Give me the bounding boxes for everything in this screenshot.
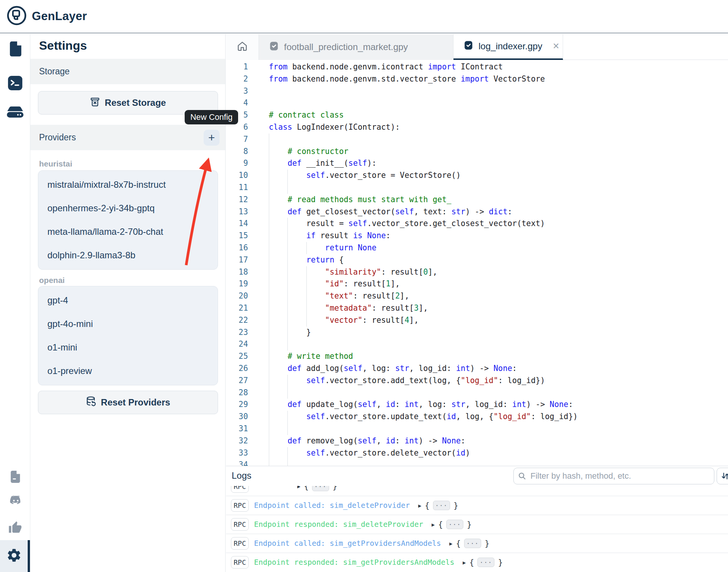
rpc-badge: RPC [231,518,249,531]
code-line: 34 [226,459,728,466]
brace-close: } [467,520,472,529]
log-row[interactable]: RPCEndpoint responded: sim_deleteProvide… [226,515,728,534]
log-row-partially-scrolled[interactable]: RPC▶{...} [226,486,728,496]
tab-log-indexer[interactable]: log_indexer.gpy ✕ [453,34,563,60]
feedback-thumbs-up-icon[interactable] [0,517,30,539]
code-line: 31 [226,423,728,435]
add-provider-config-button[interactable]: + [204,130,220,146]
log-message: Endpoint called: sim_getProvidersAndMode… [254,539,441,548]
settings-gear-active-cell[interactable] [0,540,30,572]
triangle-right-icon[interactable]: ▶ [431,522,435,528]
line-number: 29 [226,399,248,411]
code-line: 24 [226,338,728,350]
code-line: 9 def __init__(self): [226,157,728,170]
home-icon [237,41,248,53]
brace-close: } [485,539,490,548]
line-number: 1 [226,61,248,73]
expand-log-group[interactable]: ▶{...} [418,501,458,510]
provider-model-item[interactable]: mistralai/mixtral-8x7b-instruct [38,173,218,196]
changelog-doc-icon[interactable] [0,466,30,488]
brace-open: { [304,486,309,491]
brand-title: GenLayer [32,9,87,23]
terminal-icon[interactable] [0,72,30,94]
database-reset-icon [86,396,96,409]
log-filter-input[interactable] [513,468,714,484]
expand-log-group[interactable]: ▶{...} [449,539,490,548]
provider-model-item[interactable]: gpt-4 [38,289,218,312]
reset-providers-label: Reset Providers [101,397,170,408]
code-line: 26 def add_log(self, log: str, log_id: i… [226,363,728,375]
home-tab-button[interactable] [226,34,259,60]
close-tab-icon[interactable]: ✕ [552,41,559,51]
brace-close: } [498,558,503,567]
left-icon-rail [0,34,30,572]
code-line: 14 result = self.vector_store.get_closes… [226,218,728,230]
provider-model-item[interactable]: dolphin-2.9-llama3-8b [38,244,218,267]
provider-model-item[interactable]: meta-llama/llama-2-70b-chat [38,220,218,244]
tab-label: log_indexer.gpy [479,41,542,52]
line-number: 12 [226,194,248,206]
line-number: 13 [226,206,248,218]
page-title: Settings [39,39,87,53]
line-number: 17 [226,254,248,266]
log-message: Endpoint responded: sim_getProvidersAndM… [254,558,454,567]
triangle-right-icon[interactable]: ▶ [463,559,466,566]
triangle-right-icon[interactable]: ▶ [418,503,421,509]
tab-football-prediction-market[interactable]: football_prediction_market.gpy [259,34,453,60]
log-row[interactable]: RPC▶{...} [226,486,728,496]
provider-model-item[interactable]: openhermes-2-yi-34b-gptq [38,196,218,220]
provider-model-list: mistralai/mixtral-8x7b-instructopenherme… [38,170,218,270]
expand-log-group[interactable]: ▶{...} [431,520,472,529]
line-number: 19 [226,278,248,290]
brace-open: { [456,539,461,548]
code-area[interactable]: 1from backend.node.genvm.icontract impor… [226,60,728,466]
expand-log-group[interactable]: ▶{...} [297,486,337,491]
ellipsis-expand-chip[interactable]: ... [312,486,329,491]
ellipsis-expand-chip[interactable]: ... [477,558,494,567]
brace-open: { [425,501,430,510]
triangle-right-icon[interactable]: ▶ [297,486,300,489]
files-icon[interactable] [0,38,30,60]
code-line: 23 } [226,327,728,339]
provider-model-list: gpt-4gpt-4o-minio1-minio1-preview [38,286,218,385]
code-line: 13 def get_closest_vector(self, text: st… [226,206,728,218]
line-number: 11 [226,182,248,194]
triangle-right-icon[interactable]: ▶ [449,541,452,547]
log-message: Endpoint called: sim_deleteProvider [254,501,410,510]
line-number: 30 [226,411,248,423]
log-row[interactable]: RPCEndpoint called: sim_getProvidersAndM… [226,534,728,553]
code-line: 29 def update_log(self, id: int, log: st… [226,399,728,411]
provider-model-item[interactable]: gpt-4o-mini [38,312,218,336]
ellipsis-expand-chip[interactable]: ... [433,501,450,510]
rpc-badge: RPC [231,556,249,569]
log-row[interactable]: RPCEndpoint called: sim_deleteProvider▶{… [226,496,728,515]
expand-log-group[interactable]: ▶{...} [463,558,503,567]
line-number: 9 [226,157,248,170]
ellipsis-expand-chip[interactable]: ... [446,520,463,529]
line-number: 21 [226,302,248,314]
code-line: 10 self.vector_store = VectorStore() [226,170,728,182]
line-number: 27 [226,375,248,387]
code-line: 20 "text": result[2], [226,290,728,302]
ellipsis-expand-chip[interactable]: ... [464,539,481,548]
log-row[interactable]: RPCEndpoint responded: sim_getProvidersA… [226,553,728,572]
genlayer-logo-icon [6,5,27,28]
provider-group-label: openai [39,276,65,285]
reset-providers-button[interactable]: Reset Providers [38,391,218,414]
storage-drive-icon[interactable] [0,102,30,124]
code-editor: football_prediction_market.gpy log_index… [226,34,728,466]
line-number: 4 [226,97,248,109]
rpc-badge: RPC [231,537,249,550]
discord-icon[interactable] [0,490,30,512]
line-number: 18 [226,266,248,278]
line-number: 33 [226,447,248,459]
provider-model-item[interactable]: o1-mini [38,336,218,359]
provider-model-item[interactable]: o1-preview [38,359,218,383]
code-line: 28 [226,387,728,399]
code-line: 22 "vector": result[4], [226,314,728,327]
sort-logs-button[interactable] [717,468,728,484]
editor-tab-bar: football_prediction_market.gpy log_index… [226,34,728,60]
code-line: 1from backend.node.genvm.icontract impor… [226,61,728,73]
line-number: 34 [226,459,248,466]
code-line: 15 if result is None: [226,230,728,242]
